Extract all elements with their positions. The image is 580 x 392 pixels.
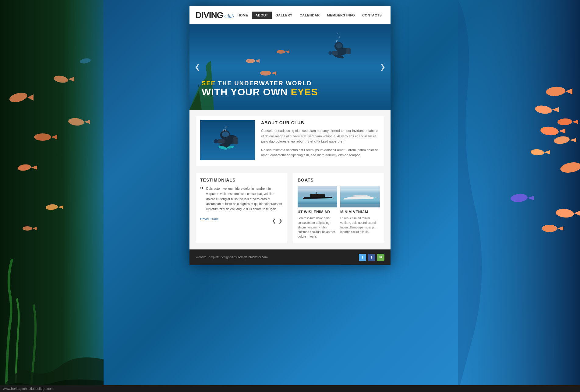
bottom-columns: TESTIMONIALS " Duis autem vel eum iriure…: [196, 173, 384, 243]
social-facebook[interactable]: f: [368, 254, 375, 261]
site-footer: Website Template designed by TemplateMon…: [189, 249, 391, 265]
svg-point-38: [260, 71, 271, 76]
svg-rect-59: [218, 139, 225, 143]
svg-point-42: [277, 50, 285, 54]
hero-eyes: EYES: [291, 87, 318, 97]
social-twitter[interactable]: t: [359, 254, 366, 261]
social-icons: t f ✉: [359, 254, 384, 261]
hero-slider: SEE THE UNDERWATER WORLD WITH YOUR OWN E…: [189, 24, 391, 110]
slider-prev[interactable]: ❮: [193, 62, 202, 72]
svg-point-13: [23, 226, 32, 231]
coral-decoration: [0, 0, 104, 392]
svg-rect-58: [233, 137, 238, 144]
boat2-svg: [340, 186, 380, 207]
svg-point-5: [34, 133, 51, 141]
fish-right-svg: [458, 0, 580, 392]
about-diver-svg: [200, 120, 255, 160]
hero-see: SEE: [202, 80, 216, 87]
site-nav: HOME ABOUT GALLERY CALENDAR MEMBERS INFO…: [234, 12, 386, 19]
nav-calendar[interactable]: CALENDAR: [296, 12, 324, 19]
boat2-desc: Ut wisi enim ad minim veniam, quis nostr…: [340, 216, 380, 234]
boat1-desc: Lorem ipsum dolor amet, consectetuer adi…: [298, 216, 337, 239]
about-para2: No sea takimata sanctus est Lorem ipsum …: [261, 147, 380, 158]
nav-gallery[interactable]: GALLERY: [272, 12, 296, 19]
quote-block: " Duis autem vel eum iriure dolor in hen…: [200, 186, 282, 212]
boat-image-2: [340, 186, 380, 207]
hero-line1-suffix: THE UNDERWATER WORLD: [216, 80, 312, 87]
fish-decoration-right: [458, 0, 580, 392]
boats-col: BOATS: [293, 173, 384, 243]
svg-rect-68: [310, 194, 325, 197]
hero-line2: WITH YOUR OWN EYES: [202, 87, 360, 97]
coral-svg: [0, 0, 104, 392]
boats-title: BOATS: [298, 178, 380, 182]
boat-item-2: MINIM VENIAM Ut wisi enim ad minim venia…: [340, 186, 380, 239]
svg-point-46: [336, 43, 342, 48]
quote-text: Duis autem vel eum iriure dolor in hendr…: [206, 186, 282, 212]
svg-point-57: [222, 132, 229, 137]
boat1-title: UT WISI ENIM AD: [298, 210, 337, 214]
nav-about[interactable]: ABOUT: [252, 12, 272, 19]
svg-rect-69: [317, 192, 317, 194]
quote-nav: ❮ ❯: [272, 218, 282, 224]
browser-url: www.heritagechristiancollege.com: [3, 387, 54, 390]
quote-mark: ": [200, 186, 203, 195]
nav-home[interactable]: HOME: [234, 12, 252, 19]
slider-next[interactable]: ❯: [378, 62, 387, 72]
quote-author[interactable]: David Crane: [200, 217, 219, 221]
nav-members[interactable]: MEMBERS INFO: [324, 12, 359, 19]
testimonials-col: TESTIMONIALS " Duis autem vel eum iriure…: [196, 173, 287, 243]
quote-prev[interactable]: ❮: [272, 218, 276, 224]
svg-point-50: [328, 51, 332, 55]
boat-item-1: UT WISI ENIM AD Lorem ipsum dolor amet, …: [298, 186, 337, 239]
footer-text: Website Template designed by TemplateMon…: [196, 256, 267, 259]
browser-bar: www.heritagechristiancollege.com: [0, 385, 580, 392]
testimonials-title: TESTIMONIALS: [200, 178, 282, 182]
quote-next[interactable]: ❯: [278, 218, 282, 224]
boat2-title: MINIM VENIAM: [340, 210, 380, 214]
logo-main: DIVING: [196, 10, 223, 20]
hero-text: SEE THE UNDERWATER WORLD WITH YOUR OWN E…: [202, 80, 360, 97]
boat-image-1: [298, 186, 337, 207]
hero-line1: SEE THE UNDERWATER WORLD: [202, 80, 360, 87]
about-image-inner: [200, 120, 255, 160]
social-email[interactable]: ✉: [377, 254, 384, 261]
boats-grid: UT WISI ENIM AD Lorem ipsum dolor amet, …: [298, 186, 380, 239]
about-section: ABOUT OUR CLUB Consetetur sadipscing eli…: [196, 116, 384, 166]
svg-point-35: [542, 225, 557, 232]
site-header: DIVING Club HOME ABOUT GALLERY CALENDAR …: [189, 6, 391, 24]
svg-rect-47: [346, 48, 351, 54]
svg-point-60: [214, 139, 218, 143]
about-image: [200, 120, 255, 160]
svg-point-40: [246, 59, 255, 63]
nav-contacts[interactable]: CONTACTS: [359, 12, 385, 19]
logo-sub: Club: [224, 14, 234, 19]
website-container: DIVING Club HOME ABOUT GALLERY CALENDAR …: [189, 6, 391, 265]
site-logo: DIVING Club: [196, 10, 234, 20]
about-para1: Consetetur sadipscing elitr, sed diam no…: [261, 128, 380, 144]
svg-rect-49: [332, 51, 338, 55]
content-area: ABOUT OUR CLUB Consetetur sadipscing eli…: [189, 110, 391, 249]
about-title: ABOUT OUR CLUB: [261, 120, 380, 125]
boat1-svg: [298, 186, 337, 207]
about-text: ABOUT OUR CLUB Consetetur sadipscing eli…: [261, 120, 380, 161]
hero-line2-prefix: WITH YOUR OWN: [202, 87, 291, 97]
